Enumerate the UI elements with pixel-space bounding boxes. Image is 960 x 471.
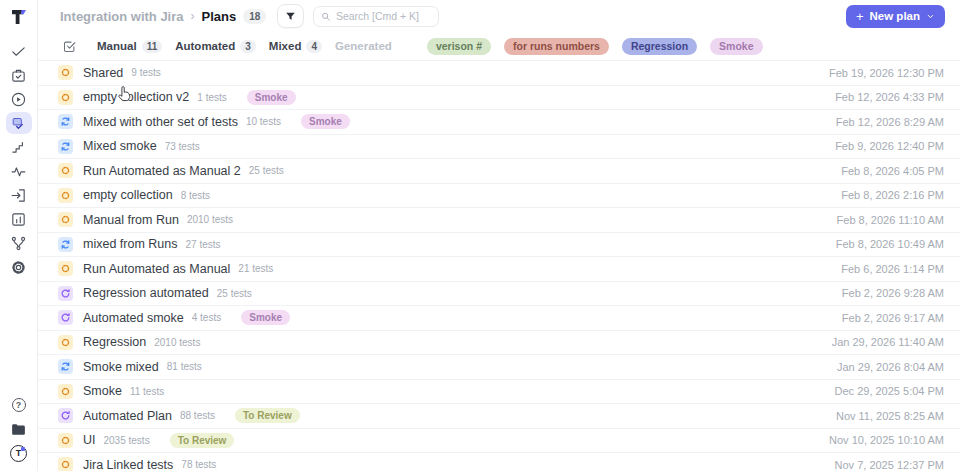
search-input[interactable] [336,10,431,22]
plan-test-count: 78 tests [181,459,216,470]
plan-row[interactable]: Regression automated 25 tests Feb 2, 202… [38,282,960,307]
plan-title[interactable]: Mixed smoke [83,139,157,153]
plan-tag[interactable]: Smoke [301,114,350,129]
plan-row[interactable]: Shared 9 tests Feb 19, 2026 12:30 PM [38,61,960,86]
sidebar-item-projects[interactable] [6,417,32,441]
plan-test-count: 27 tests [185,239,220,250]
topbar: Integration with Jira › Plans 18 + New p… [38,0,960,32]
plan-date: Feb 12, 2026 8:29 AM [836,116,944,128]
breadcrumb-parent[interactable]: Integration with Jira [60,9,184,24]
plan-test-count: 81 tests [167,361,202,372]
plan-title[interactable]: UI [83,433,96,447]
plan-type-icon-manual [58,335,73,350]
tab-automated[interactable]: Automated 3 [175,40,256,53]
tab-mixed[interactable]: Mixed 4 [269,40,322,53]
plan-title[interactable]: Run Automated as Manual [83,262,230,276]
search-box[interactable] [313,6,439,27]
plan-row[interactable]: Mixed with other set of tests 10 tests S… [38,110,960,135]
tab-label: Generated [335,40,392,52]
plan-row[interactable]: empty collection 8 tests Feb 8, 2026 2:1… [38,184,960,209]
plan-test-count: 2010 tests [187,214,233,225]
tab-count: 4 [306,40,322,53]
plan-row[interactable]: empty collection v2 1 tests Smoke Feb 12… [38,86,960,111]
plan-type-icon-automated [58,408,73,423]
plan-test-count: 88 tests [180,410,215,421]
plan-tag[interactable]: To Review [235,408,300,423]
sidebar-item-branches[interactable] [6,231,32,255]
sidebar-item-reports[interactable] [6,207,32,231]
pulse-icon [10,163,27,180]
tab-label: Manual [97,40,137,52]
filter-tag-for-runs-numbers[interactable]: for runs numbers [504,38,609,55]
sidebar-item-milestones[interactable] [6,135,32,159]
sidebar-item-account[interactable]: T [6,441,32,465]
tab-manual[interactable]: Manual 11 [97,40,162,53]
sidebar-item-help[interactable]: ? [6,393,32,417]
plan-row[interactable]: Run Automated as Manual 2 25 tests Feb 8… [38,159,960,184]
plan-title[interactable]: empty collection v2 [83,90,189,104]
plan-row[interactable]: mixed from Runs 27 tests Feb 8, 2026 10:… [38,233,960,258]
sidebar-item-tests[interactable] [6,39,32,63]
plan-row[interactable]: UI 2035 tests To Review Nov 10, 2025 10:… [38,429,960,454]
plan-title[interactable]: Regression [83,335,146,349]
plan-title[interactable]: Manual from Run [83,213,179,227]
plan-date: Feb 19, 2026 12:30 PM [829,67,944,79]
plan-test-count: 4 tests [192,312,221,323]
plan-title[interactable]: Smoke [83,384,122,398]
sidebar-item-suites[interactable] [6,63,32,87]
plan-title[interactable]: Automated Plan [83,409,172,423]
plan-title[interactable]: Shared [83,66,123,80]
chevron-down-icon [926,12,935,21]
sidebar-item-import[interactable] [6,183,32,207]
plan-date: Feb 8, 2026 4:05 PM [841,165,944,177]
plan-title[interactable]: Run Automated as Manual 2 [83,164,241,178]
plan-type-icon-manual [58,163,73,178]
sidebar-item-settings[interactable] [6,255,32,279]
sidebar-item-runs[interactable] [6,87,32,111]
plan-row[interactable]: Mixed smoke 73 tests Feb 9, 2026 12:40 P… [38,135,960,160]
plan-date: Feb 8, 2026 2:16 PM [841,189,944,201]
plan-type-icon-manual [58,212,73,227]
plan-type-icon-automated [58,286,73,301]
plans-count-badge: 18 [243,9,266,24]
tab-label: Mixed [269,40,302,52]
tab-generated[interactable]: Generated [335,40,392,52]
plan-row[interactable]: Jira Linked tests 78 tests Nov 7, 2025 1… [38,453,960,471]
branch-icon [10,235,27,252]
plan-row[interactable]: Smoke mixed 81 tests Jan 29, 2026 8:04 A… [38,355,960,380]
plan-title[interactable]: Regression automated [83,286,209,300]
new-plan-button[interactable]: + New plan [846,5,945,28]
plan-tag[interactable]: To Review [170,433,235,448]
app-logo[interactable] [9,4,29,30]
filter-tag-regression[interactable]: Regression [622,38,697,55]
breadcrumb-separator: › [191,9,195,23]
plan-title[interactable]: Mixed with other set of tests [83,115,238,129]
plan-row[interactable]: Automated smoke 4 tests Smoke Feb 2, 202… [38,306,960,331]
plan-type-icon-manual [58,90,73,105]
plan-type-icon-mixed [58,114,73,129]
plan-title[interactable]: empty collection [83,188,173,202]
tab-count: 11 [142,40,163,53]
plan-row[interactable]: Manual from Run 2010 tests Feb 8, 2026 1… [38,208,960,233]
filter-tag-smoke[interactable]: Smoke [710,38,762,55]
sidebar-item-analytics[interactable] [6,159,32,183]
plan-type-icon-manual [58,384,73,399]
plan-type-icon-manual [58,188,73,203]
sidebar-item-plans[interactable] [6,112,32,134]
plan-row[interactable]: Regression 2010 tests Jan 29, 2026 11:40… [38,331,960,356]
plan-tag[interactable]: Smoke [247,90,296,105]
tab-label: Automated [175,40,235,52]
filter-button[interactable] [277,4,304,28]
plan-title[interactable]: Smoke mixed [83,360,159,374]
logo-icon [9,7,29,27]
plan-row[interactable]: Automated Plan 88 tests To Review Nov 11… [38,404,960,429]
plan-row[interactable]: Smoke 11 tests Dec 29, 2025 5:04 PM [38,380,960,405]
plan-title[interactable]: mixed from Runs [83,237,177,251]
plan-title[interactable]: Automated smoke [83,311,184,325]
plan-row[interactable]: Run Automated as Manual 21 tests Feb 6, … [38,257,960,282]
select-plans-icon[interactable] [62,39,77,54]
plan-title[interactable]: Jira Linked tests [83,458,173,471]
filter-tag-verison[interactable]: verison # [427,38,491,55]
plan-tag[interactable]: Smoke [241,310,290,325]
avatar-accent-dot [21,447,25,451]
